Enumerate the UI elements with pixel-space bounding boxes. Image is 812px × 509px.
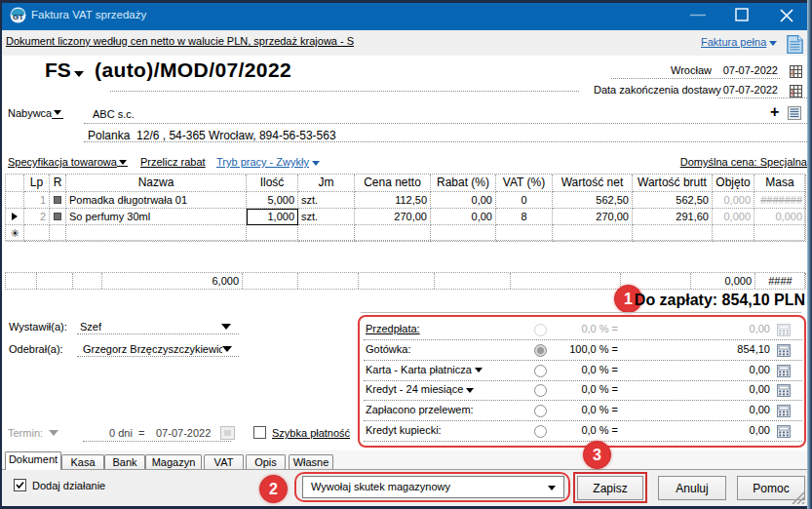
svg-text:GT: GT bbox=[13, 13, 23, 21]
